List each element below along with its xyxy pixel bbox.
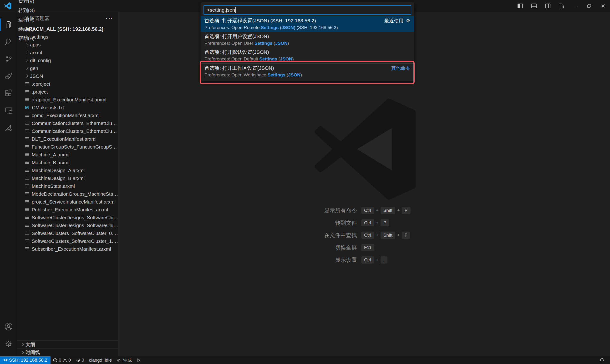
- tree-folder[interactable]: dlt_config: [17, 56, 118, 64]
- menu-bar: 文件(F)编辑(E)选择(S)查看(V)转到(G)运行(R)终端(T)帮助(H): [15, 0, 38, 43]
- command-input[interactable]: >setting.json: [203, 5, 411, 15]
- tree-file[interactable]: MCMakeLists.txt: [17, 104, 118, 111]
- explorer-sidebar: 资源管理器 ··· ARACM_ALL [SSH: 192.168.56.2].…: [17, 12, 118, 356]
- sidebar-panel-1[interactable]: 时间线: [17, 348, 118, 356]
- tree-file[interactable]: Subscriber_ExecutionManifest.arxml: [17, 245, 118, 253]
- text-file-icon: [25, 224, 29, 227]
- source-control-icon[interactable]: [0, 51, 17, 68]
- restore-icon[interactable]: [582, 0, 596, 12]
- tree-file[interactable]: SoftwareClusters_SoftwareCluster_1.arxml: [17, 237, 118, 245]
- notifications-bell-icon[interactable]: [597, 356, 607, 364]
- tree-file[interactable]: CommunicationClusters_EthernetCluster_..…: [17, 119, 118, 127]
- toggle-sidebar-icon[interactable]: [513, 0, 527, 12]
- tree-file[interactable]: .cproject: [17, 80, 118, 88]
- tree-file[interactable]: DLT_ExecutionManifest.arxml: [17, 135, 118, 143]
- tree-file[interactable]: MachineState.arxml: [17, 182, 118, 190]
- tree-item-label: CMakeLists.txt: [32, 105, 64, 110]
- palette-item-0[interactable]: 首选项: 打开远程设置(JSON) (SSH: 192.168.56.2)最近使…: [201, 16, 414, 32]
- tree-file[interactable]: MachineDesign_B.arxml: [17, 174, 118, 182]
- ports-indicator[interactable]: 0: [73, 356, 87, 364]
- vscode-logo-icon: [4, 2, 12, 10]
- customize-layout-icon[interactable]: [555, 0, 569, 12]
- subtitle-text: Preferences: Open Workspace: [204, 72, 268, 77]
- key-chip: ,: [380, 256, 387, 263]
- tool-extension-icon[interactable]: [0, 119, 17, 136]
- palette-item-3[interactable]: 首选项: 打开工作区设置(JSON)其他命令Preferences: Open …: [201, 63, 414, 79]
- tree-item-label: project_ServiceInstanceManifest.arxml: [32, 199, 116, 205]
- menu-item-3[interactable]: 查看(V): [15, 0, 38, 6]
- menu-item-4[interactable]: 转到(G): [15, 6, 38, 15]
- clangd-status[interactable]: clangd: idle: [86, 356, 114, 364]
- palette-item-1[interactable]: 首选项: 打开用户设置(JSON)Preferences: Open User …: [201, 32, 414, 48]
- badge-label[interactable]: 最近使用: [384, 17, 403, 24]
- build-gear-icon: [117, 358, 121, 363]
- palette-item-subtitle: Preferences: Open Remote Settings (JSON)…: [204, 24, 410, 31]
- extensions-icon[interactable]: [0, 85, 17, 102]
- tree-file[interactable]: Publisher_ExecutionManifest.arxml: [17, 206, 118, 214]
- tree-item-label: ModeDeclarationGroups_MachineState.a...: [32, 191, 118, 197]
- tree-file[interactable]: MachineDesign_A.arxml: [17, 166, 118, 174]
- matched-text: Settings: [268, 72, 285, 77]
- account-icon[interactable]: [0, 318, 17, 335]
- search-icon[interactable]: [0, 33, 17, 51]
- tree-file[interactable]: project_ServiceInstanceManifest.arxml: [17, 198, 118, 206]
- tree-file[interactable]: Machine_B.arxml: [17, 158, 118, 166]
- plus-separator: +: [376, 220, 379, 225]
- tree-file[interactable]: CommunicationClusters_EthernetCluster_..…: [17, 127, 118, 135]
- tree-folder[interactable]: gen: [17, 64, 118, 72]
- remote-explorer-icon[interactable]: [0, 102, 17, 119]
- toggle-panel-icon[interactable]: [527, 0, 541, 12]
- error-count: 0: [59, 358, 61, 363]
- build-button[interactable]: 生成: [114, 356, 134, 364]
- menu-item-6[interactable]: 终端(T): [15, 25, 38, 34]
- run-button[interactable]: [134, 356, 143, 364]
- text-file-icon: [25, 145, 29, 149]
- tree-file[interactable]: arapipcd_ExecutionManifest.arxml: [17, 96, 118, 104]
- plus-separator: +: [376, 257, 379, 263]
- run-debug-icon[interactable]: [0, 68, 17, 85]
- tree-folder[interactable]: arxml: [17, 49, 118, 56]
- more-actions-icon[interactable]: ···: [106, 17, 113, 20]
- minimize-icon[interactable]: [569, 0, 582, 12]
- close-icon[interactable]: [596, 0, 610, 12]
- palette-item-title: 首选项: 打开用户设置(JSON): [204, 33, 269, 40]
- tree-folder[interactable]: JSON: [17, 72, 118, 80]
- remote-indicator[interactable]: >< SSH: 192.168.56.2: [0, 356, 51, 364]
- palette-item-subtitle: Preferences: Open Workspace Settings (JS…: [204, 72, 410, 78]
- tree-file[interactable]: .project: [17, 88, 118, 96]
- palette-item-2[interactable]: 首选项: 打开默认设置(JSON)Preferences: Open Defau…: [201, 48, 414, 63]
- key-chip: F: [402, 232, 410, 239]
- problems-indicator[interactable]: 0 0: [51, 356, 73, 364]
- sidebar-panel-0[interactable]: 大纲: [17, 340, 118, 348]
- key-chip: F11: [361, 244, 374, 251]
- tree-file[interactable]: comd_ExecutionManifest.arxml: [17, 111, 118, 119]
- shortcut-label: 显示所有命令: [257, 207, 357, 214]
- tree-file[interactable]: SoftwareClusterDesigns_SoftwareCluster..…: [17, 214, 118, 221]
- tree-file[interactable]: ModeDeclarationGroups_MachineState.a...: [17, 190, 118, 198]
- tree-item-label: CommunicationClusters_EthernetCluster_..…: [32, 120, 118, 126]
- menu-item-7[interactable]: 帮助(H): [15, 34, 38, 43]
- settings-gear-icon[interactable]: [0, 335, 17, 352]
- menu-item-5[interactable]: 运行(R): [15, 15, 38, 25]
- tree-file[interactable]: SoftwareClusterDesigns_SoftwareCluster..…: [17, 221, 118, 229]
- tree-item-label: CommunicationClusters_EthernetCluster_..…: [32, 128, 118, 134]
- badge-label[interactable]: 其他命令: [391, 65, 410, 72]
- palette-item-subtitle: Preferences: Open User Settings (JSON): [204, 40, 410, 47]
- tree-item-label: Subscriber_ExecutionManifest.arxml: [32, 246, 111, 252]
- shortcut-row-3: 切换全屏F11: [257, 241, 476, 254]
- text-file-icon: [25, 177, 29, 180]
- text-file-icon: [25, 137, 29, 141]
- shortcut-label: 转到文件: [257, 219, 357, 227]
- chevron-right-icon: [25, 67, 28, 70]
- subtitle-text: Preferences: Open Remote: [204, 25, 261, 30]
- text-file-icon: [25, 90, 29, 93]
- tree-file[interactable]: SoftwareClusters_SoftwareCluster_0.arxml: [17, 229, 118, 237]
- toggle-secondary-sidebar-icon[interactable]: [541, 0, 555, 12]
- text-file-icon: [25, 114, 29, 117]
- tree-file[interactable]: Machine_A.arxml: [17, 151, 118, 158]
- text-file-icon: [25, 208, 29, 211]
- palette-item-badge: 最近使用⚙: [384, 17, 410, 24]
- tree-file[interactable]: FunctionGroupSets_FunctionGroupSet_0....: [17, 143, 118, 151]
- configure-keybinding-gear-icon[interactable]: ⚙: [406, 17, 410, 24]
- explorer-icon[interactable]: [0, 16, 17, 33]
